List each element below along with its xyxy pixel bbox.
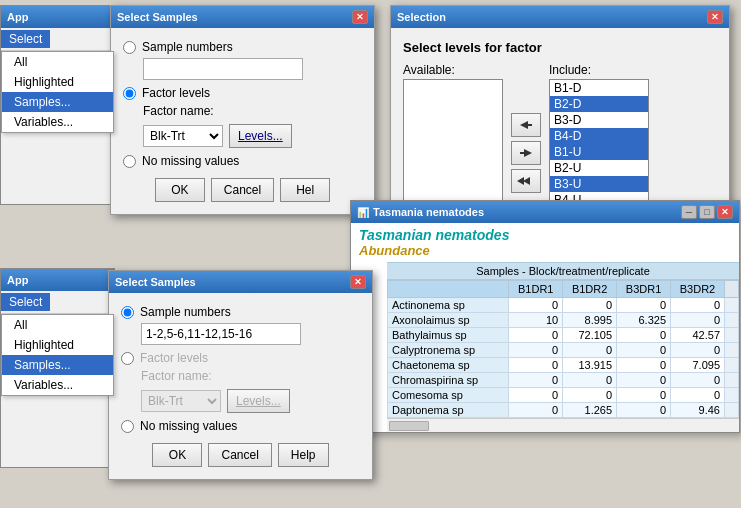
data-container: Variables Species B1DR1 B1DR2 B3DR1 B3DR… (351, 280, 739, 418)
factor-name-select-top[interactable]: Blk-Trt (143, 125, 223, 147)
available-listbox[interactable] (403, 79, 503, 219)
include-item-b3d[interactable]: B3-D (550, 112, 648, 128)
cell-1-1: 8.995 (563, 313, 617, 328)
cell-6-3: 0 (671, 388, 725, 403)
row-label-7: Daptonema sp (388, 403, 509, 418)
sample-numbers-input-top[interactable] (123, 41, 136, 54)
include-item-b2u[interactable]: B2-U (550, 160, 648, 176)
select-samples-dialog-bottom: Select Samples ✕ Sample numbers Factor l… (108, 270, 373, 480)
no-missing-label-top: No missing values (142, 154, 239, 168)
sample-numbers-radio-bottom[interactable]: Sample numbers (121, 305, 360, 319)
cell-7-0: 0 (509, 403, 563, 418)
tasmania-titlebar-buttons: ─ □ ✕ (681, 205, 733, 219)
minimize-btn[interactable]: ─ (681, 205, 697, 219)
factor-levels-input-top[interactable] (123, 87, 136, 100)
select-menu-item-2[interactable]: Select (1, 293, 50, 311)
sample-numbers-radio-top[interactable]: Sample numbers (123, 40, 362, 54)
arrow-buttons (511, 113, 541, 193)
sample-numbers-text-bottom[interactable] (141, 323, 301, 345)
cell-4-2: 0 (617, 358, 671, 373)
menubar: Select (1, 28, 114, 51)
no-missing-input-bottom[interactable] (121, 420, 134, 433)
dropdown-highlighted[interactable]: Highlighted (2, 72, 113, 92)
available-section: Available: (403, 63, 503, 219)
sample-numbers-text-top[interactable] (143, 58, 303, 80)
include-item-b1d[interactable]: B1-D (550, 80, 648, 96)
maximize-btn[interactable]: □ (699, 205, 715, 219)
dropdown-variables[interactable]: Variables... (2, 112, 113, 132)
cell-3-3: 0 (671, 343, 725, 358)
cell-4-3: 7.095 (671, 358, 725, 373)
svg-marker-4 (517, 177, 524, 185)
select-samples-title-top: Select Samples (117, 11, 198, 23)
ok-btn-bottom[interactable]: OK (152, 443, 202, 467)
select-dropdown-2: All Highlighted Samples... Variables... (1, 314, 114, 396)
scroll-col-7 (725, 403, 739, 418)
factor-levels-input-bottom[interactable] (121, 352, 134, 365)
dropdown-highlighted-2[interactable]: Highlighted (2, 335, 113, 355)
col-header-b3dr1: B3DR1 (617, 281, 671, 298)
sample-numbers-input-bottom[interactable] (121, 306, 134, 319)
close-btn-bottom[interactable]: ✕ (350, 275, 366, 289)
cell-6-1: 0 (563, 388, 617, 403)
factor-name-select-bottom: Blk-Trt (141, 390, 221, 412)
include-item-b2d[interactable]: B2-D (550, 96, 648, 112)
help-btn-top[interactable]: Hel (280, 178, 330, 202)
factor-levels-radio-bottom[interactable]: Factor levels (121, 351, 360, 365)
cell-7-3: 9.46 (671, 403, 725, 418)
include-item-b1u[interactable]: B1-U (550, 144, 648, 160)
include-listbox[interactable]: B1-D B2-D B3-D B4-D B1-U B2-U B3-U B4-U (549, 79, 649, 219)
levels-btn-bottom[interactable]: Levels... (227, 389, 290, 413)
dropdown-variables-2[interactable]: Variables... (2, 375, 113, 395)
app-titlebar-2: App (1, 269, 114, 291)
cell-0-3: 0 (671, 298, 725, 313)
cell-5-0: 0 (509, 373, 563, 388)
include-section: Include: B1-D B2-D B3-D B4-D B1-U B2-U B… (549, 63, 649, 219)
tasmania-title-icon: 📊 (357, 207, 369, 218)
select-menu-item[interactable]: Select (1, 30, 50, 48)
dropdown-samples-2[interactable]: Samples... (2, 355, 113, 375)
factor-levels-radio-top[interactable]: Factor levels (123, 86, 362, 100)
h-scrollbar[interactable] (387, 418, 739, 432)
tasmania-close-btn[interactable]: ✕ (717, 205, 733, 219)
include-item-b4d[interactable]: B4-D (550, 128, 648, 144)
table-row: Comesoma sp0000 (388, 388, 739, 403)
titlebar-buttons-bottom: ✕ (350, 275, 366, 289)
tasmania-titlebar: 📊 Tasmania nematodes ─ □ ✕ (351, 201, 739, 223)
ok-btn-top[interactable]: OK (155, 178, 205, 202)
cell-7-2: 0 (617, 403, 671, 418)
table-row: Actinonema sp0000 (388, 298, 739, 313)
svg-marker-0 (520, 121, 528, 129)
selection-dialog: Selection ✕ Select levels for factor Ava… (390, 5, 730, 232)
dropdown-all-2[interactable]: All (2, 315, 113, 335)
tasmania-header: Tasmanian nematodes Abundance (351, 223, 739, 262)
move-all-left-btn[interactable] (511, 169, 541, 193)
include-item-b3u[interactable]: B3-U (550, 176, 648, 192)
col-header-b1dr1: B1DR1 (509, 281, 563, 298)
selection-heading: Select levels for factor (403, 40, 717, 55)
no-missing-label-bottom: No missing values (140, 419, 237, 433)
h-scrollbar-thumb[interactable] (389, 421, 429, 431)
no-missing-radio-bottom[interactable]: No missing values (121, 419, 360, 433)
move-left-btn[interactable] (511, 113, 541, 137)
svg-marker-5 (523, 177, 530, 185)
cancel-btn-bottom[interactable]: Cancel (208, 443, 271, 467)
selection-close-btn[interactable]: ✕ (707, 10, 723, 24)
table-row: Bathylaimus sp072.105042.57 (388, 328, 739, 343)
cancel-btn-top[interactable]: Cancel (211, 178, 274, 202)
col-header-b3dr2: B3DR2 (671, 281, 725, 298)
close-btn-top[interactable]: ✕ (352, 10, 368, 24)
help-btn-bottom[interactable]: Help (278, 443, 329, 467)
move-right-btn[interactable] (511, 141, 541, 165)
select-samples-content-top: Sample numbers Factor levels Factor name… (111, 28, 374, 214)
levels-btn-top[interactable]: Levels... (229, 124, 292, 148)
dropdown-samples[interactable]: Samples... (2, 92, 113, 112)
table-scroll-container[interactable]: B1DR1 B1DR2 B3DR1 B3DR2 Actinonema sp000… (387, 280, 739, 418)
no-missing-radio-top[interactable]: No missing values (123, 154, 362, 168)
cell-4-0: 0 (509, 358, 563, 373)
selection-titlebar-buttons: ✕ (707, 10, 723, 24)
dropdown-all[interactable]: All (2, 52, 113, 72)
cell-2-0: 0 (509, 328, 563, 343)
menubar-2: Select (1, 291, 114, 314)
no-missing-input-top[interactable] (123, 155, 136, 168)
